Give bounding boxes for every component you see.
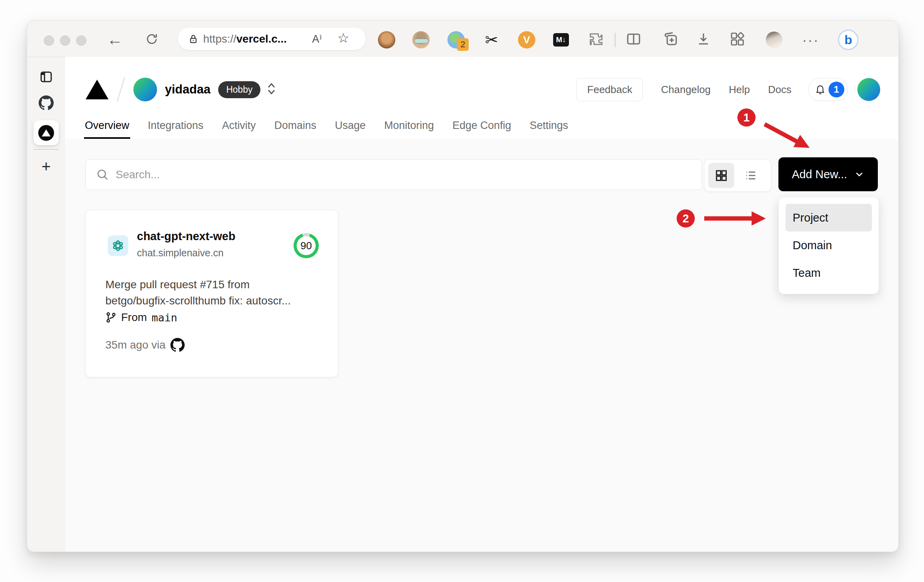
split-screen-icon[interactable] (625, 31, 642, 49)
dropdown-item-team[interactable]: Team (786, 259, 872, 287)
dropdown-item-project[interactable]: Project (786, 204, 872, 231)
docs-link[interactable]: Docs (768, 84, 791, 96)
add-new-label: Add New... (792, 168, 847, 181)
notifications-button[interactable]: 1 (808, 78, 848, 101)
add-new-button[interactable]: Add New... (778, 157, 878, 191)
bing-chat-icon[interactable]: b (838, 30, 859, 50)
vercel-tab-active[interactable] (34, 120, 59, 145)
help-link[interactable]: Help (729, 84, 750, 96)
project-name[interactable]: chat-gpt-next-web (137, 230, 236, 243)
sidebar-divider (34, 149, 59, 150)
browser-toolbar: ← https://vercel.c... A⁾ ☆ (27, 21, 898, 57)
chevron-down-icon (854, 169, 864, 179)
markdown-extension-icon[interactable]: M↓ (553, 33, 569, 47)
bell-icon (814, 84, 826, 95)
vercel-header: yidadaa Hobby Feedback Changelog Help Do… (65, 57, 898, 140)
project-card[interactable]: chat-gpt-next-web chat.simplenaive.cn 90… (85, 210, 339, 377)
video-extension-icon[interactable]: V (518, 31, 535, 48)
tab-overview[interactable]: Overview (85, 112, 129, 139)
team-name[interactable]: yidadaa (165, 82, 210, 97)
plan-badge: Hobby (218, 81, 260, 98)
vercel-logo[interactable] (86, 80, 108, 99)
score-ring: 90 (294, 233, 319, 258)
github-tab-icon[interactable] (39, 95, 54, 112)
browser-sidebar: + (27, 57, 65, 552)
new-tab-button[interactable]: + (41, 158, 51, 175)
deploy-meta: 35m ago via (105, 339, 166, 351)
tab-domains[interactable]: Domains (274, 112, 316, 139)
commit-message: Merge pull request #715 frombetgo/bugfix… (105, 276, 303, 309)
team-avatar[interactable] (133, 78, 157, 101)
score-value: 90 (297, 236, 316, 255)
scissors-extension-icon[interactable]: ✂ (485, 31, 498, 49)
tab-usage[interactable]: Usage (335, 112, 366, 139)
browser-menu-icon[interactable]: ··· (802, 32, 819, 48)
address-bar[interactable]: https://vercel.c... A⁾ ☆ (178, 28, 366, 50)
lock-icon (187, 33, 199, 45)
deploy-meta-row: 35m ago via (105, 338, 185, 352)
list-view-icon (744, 169, 758, 182)
branch-row: From main (105, 311, 177, 324)
apps-grid-icon[interactable] (729, 31, 746, 49)
tampermonkey-extension-icon[interactable] (378, 31, 395, 48)
vercel-page: yidadaa Hobby Feedback Changelog Help Do… (65, 57, 898, 552)
scope-switcher-icon[interactable] (267, 82, 276, 97)
extension-badge: 2 (457, 38, 469, 51)
tab-edge-config[interactable]: Edge Config (453, 112, 511, 139)
breadcrumb-slash (116, 77, 125, 102)
add-favorite-star-icon[interactable]: ☆ (337, 30, 349, 46)
add-new-dropdown: Project Domain Team (778, 197, 879, 294)
search-input[interactable] (115, 168, 701, 181)
url-host: vercel.c... (236, 33, 287, 45)
nav-tabs: Overview Integrations Activity Domains U… (85, 112, 568, 139)
extensions-puzzle-icon[interactable] (588, 31, 604, 49)
traffic-lights (44, 35, 86, 46)
feedback-button[interactable]: Feedback (576, 78, 643, 101)
list-view-button[interactable] (738, 163, 764, 188)
search-bar (85, 159, 702, 190)
git-branch-icon (105, 311, 117, 324)
dropdown-item-domain[interactable]: Domain (786, 231, 872, 259)
tab-settings[interactable]: Settings (529, 112, 568, 139)
github-icon (170, 338, 185, 352)
tab-activity[interactable]: Activity (222, 112, 256, 139)
sidebar-toggle-icon[interactable] (39, 70, 53, 86)
read-aloud-icon[interactable]: A⁾ (312, 33, 322, 45)
back-icon[interactable]: ← (107, 31, 123, 48)
openai-icon (108, 235, 128, 256)
url-text: https://vercel.c... (203, 33, 287, 45)
collections-icon[interactable] (662, 31, 679, 49)
profile-avatar[interactable] (766, 32, 782, 48)
url-prefix: https:// (203, 33, 236, 45)
view-toggle (704, 159, 771, 192)
tab-integrations[interactable]: Integrations (148, 112, 204, 139)
grid-view-button[interactable] (708, 163, 734, 188)
tab-monitoring[interactable]: Monitoring (384, 112, 434, 139)
user-avatar[interactable] (857, 78, 880, 101)
notification-count-badge: 1 (829, 82, 844, 97)
downloads-icon[interactable] (695, 31, 712, 49)
grid-view-icon (715, 169, 728, 182)
vercel-favicon (38, 125, 54, 141)
close-window-button[interactable] (44, 35, 54, 46)
browser-window: ← https://vercel.c... A⁾ ☆ (27, 21, 899, 552)
minimize-window-button[interactable] (60, 35, 70, 46)
branch-label: From (121, 311, 147, 324)
overview-content: Add New... Project Domain Team (65, 139, 898, 552)
reload-icon[interactable] (145, 32, 159, 48)
search-icon (96, 168, 109, 181)
blue-dot-extension-icon[interactable]: 2 (447, 31, 465, 48)
project-domain[interactable]: chat.simplenaive.cn (137, 247, 224, 259)
changelog-link[interactable]: Changelog (661, 84, 711, 96)
zoom-window-button[interactable] (76, 35, 86, 46)
toolbar-separator (615, 33, 615, 47)
branch-name: main (152, 312, 177, 324)
person-extension-icon[interactable] (412, 31, 430, 48)
